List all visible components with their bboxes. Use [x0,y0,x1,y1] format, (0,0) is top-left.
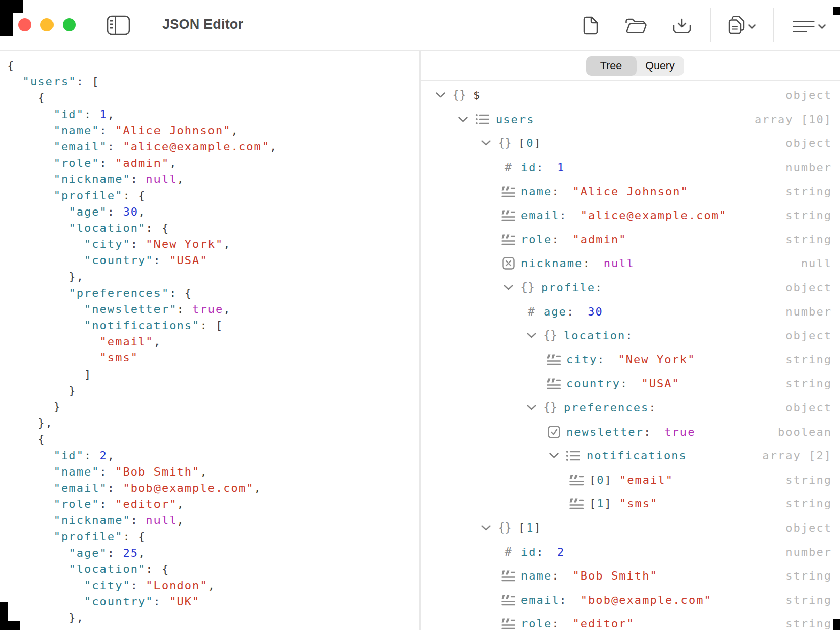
tree-row[interactable]: #id:2number [421,540,840,564]
expand-chevron-icon[interactable] [479,524,492,531]
tree-row[interactable]: {}[1]object [421,516,840,540]
text-quote-icon [547,354,560,365]
tree-row[interactable]: notificationsarray [2] [421,444,840,468]
tree-node-value: "USA" [641,377,679,390]
code-line: "notifications": [ [7,318,419,334]
tree-row[interactable]: #id:1number [421,155,840,180]
expand-chevron-icon[interactable] [524,404,538,411]
tree-row[interactable]: email:"alice@example.com"string [421,203,840,228]
tree-row[interactable]: nickname:nullnull [421,251,840,276]
code-line: "age": 25, [7,545,419,561]
minimize-button[interactable] [40,18,54,31]
tree-row[interactable]: {}[0]object [421,131,840,155]
tree-node-label: profile: [541,281,603,294]
zoom-button[interactable] [63,18,76,31]
text-quote-icon [570,474,583,486]
code-line: "id": 1, [7,107,419,123]
code-line: "location": { [7,561,419,578]
tree-node-label: name: [521,569,559,582]
code-line: "email", [7,334,419,350]
tree-node-type: string [785,353,832,366]
tree-row[interactable]: usersarray [10] [421,108,840,132]
sidebar-toggle-button[interactable] [107,15,130,37]
format-menu-chevron[interactable] [818,22,826,31]
tree-node-type: object [785,329,832,342]
code-line: "country": "UK" [7,594,419,610]
tree-node-label: preferences: [564,401,657,414]
tree-row[interactable]: email:"bob@example.com"string [421,588,840,612]
text-lines-icon [793,20,815,33]
tree-row[interactable]: {}location:object [421,324,840,348]
code-line: } [7,399,419,415]
text-quote-icon [502,594,515,606]
tree-node-value: "email" [619,474,673,486]
code-line: "nickname": null, [7,512,419,529]
braces-icon: {} [498,522,511,534]
json-editor-window: JSON Editor [0,0,840,630]
number-sign-icon: # [524,306,538,318]
code-line: "age": 30, [7,204,419,220]
tree-node-label: newsletter: [566,426,651,438]
tab-tree[interactable]: Tree [586,56,637,76]
copy-menu-chevron[interactable] [748,22,756,31]
tree-row[interactable]: [0]"email"string [421,468,840,492]
tree-node-label: email: [521,209,567,222]
code-line: ] [7,366,419,383]
close-button[interactable] [18,18,31,31]
expand-chevron-icon[interactable] [502,284,515,291]
expand-chevron-icon[interactable] [456,116,469,123]
expand-chevron-icon[interactable] [479,140,492,146]
tree-row[interactable]: {}$object [421,83,840,108]
open-file-button[interactable] [625,18,647,35]
code-line: }, [7,415,419,431]
code-line: "email": "bob@example.com", [7,480,419,496]
tab-query[interactable]: Query [637,56,684,76]
code-line: "location": { [7,220,419,236]
tree-row[interactable]: role:"admin"string [421,228,840,252]
code-line: "preferences": { [7,285,419,301]
expand-chevron-icon[interactable] [547,452,560,459]
tree-node-type: object [785,89,832,101]
tree-row[interactable]: [1]"sms"string [421,492,840,516]
code-line: "name": "Alice Johnson", [7,123,419,139]
text-quote-icon [547,378,560,389]
tree-node-label: id: [521,161,544,174]
tree-node-value: "alice@example.com" [581,209,727,222]
json-source-editor[interactable]: { "users": [ { "id": 1, "name": "Alice J… [0,51,419,630]
braces-icon: {} [498,137,511,149]
tree-row[interactable]: name:"Alice Johnson"string [421,179,840,203]
tree-row[interactable]: #age:30number [421,299,840,324]
format-menu-button[interactable] [793,20,815,35]
tree-node-value: null [604,257,635,270]
tree-node-label: $ [473,89,481,101]
tree-row[interactable]: name:"Bob Smith"string [421,564,840,588]
tree-node-value: "New York" [618,353,695,366]
tree-row[interactable]: role:"editor"string [421,612,840,630]
tree-row[interactable]: country:"USA"string [421,372,840,396]
tree-node-label: location: [564,329,634,342]
null-crossed-box-icon [502,257,515,270]
code-line: { [7,58,419,74]
save-export-button[interactable] [672,18,692,36]
copy-menu-button[interactable] [728,15,745,36]
expand-chevron-icon[interactable] [524,332,538,339]
tree-node-type: number [785,305,832,318]
tree-row[interactable]: city:"New York"string [421,348,840,372]
expand-chevron-icon[interactable] [434,92,447,98]
tree-row[interactable]: {}profile:object [421,276,840,300]
text-quote-icon [570,498,583,509]
tree-node-type: string [785,209,832,222]
list-icon [566,450,580,462]
tree-node-type: number [785,161,832,174]
tree-node-type: object [785,281,832,294]
code-line: "country": "USA" [7,252,419,269]
text-quote-icon [502,234,515,245]
tree-row[interactable]: newsletter:trueboolean [421,419,840,444]
tree-row[interactable]: {}preferences:object [421,396,840,420]
tree-view: {}$objectusersarray [10]{}[0]object#id:1… [421,81,840,630]
new-document-button[interactable] [583,16,599,37]
tree-node-label: city: [566,353,605,366]
new-document-icon [583,16,599,35]
tree-node-label: nickname: [521,257,591,270]
number-sign-icon: # [502,546,515,558]
